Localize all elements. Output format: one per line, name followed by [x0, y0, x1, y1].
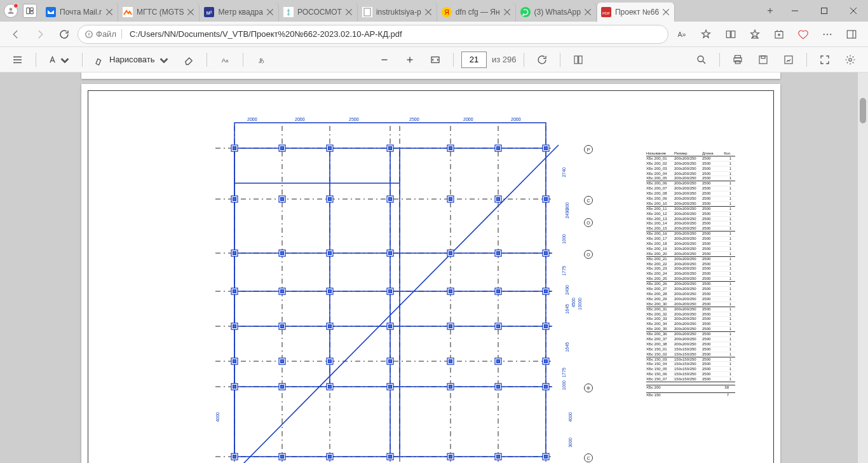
- notification-dot-icon: [13, 3, 18, 8]
- table-row: ХБс 200_30200х200/25025001: [646, 302, 735, 307]
- tab-3[interactable]: РОСОСМОТ: [280, 3, 358, 22]
- svg-rect-143: [497, 252, 500, 255]
- close-tab-icon[interactable]: [424, 8, 433, 17]
- close-window-button[interactable]: [839, 0, 868, 22]
- url-box[interactable]: Файл C:/Users/NN/Documents/V_VTB/Проект%…: [78, 25, 668, 44]
- svg-rect-157: [497, 290, 500, 293]
- workspace-button[interactable]: [23, 4, 37, 18]
- svg-rect-109: [329, 147, 332, 150]
- svg-rect-127: [449, 198, 452, 201]
- page-border: 200020002500250020002000 400025002500400…: [88, 90, 774, 463]
- fit-page-button[interactable]: [425, 50, 445, 70]
- close-tab-icon[interactable]: [344, 8, 353, 17]
- close-tab-icon[interactable]: [266, 8, 275, 17]
- svg-text:Aa: Aa: [222, 56, 229, 63]
- previous-page-edge: [81, 73, 780, 79]
- collections-button[interactable]: [768, 24, 790, 45]
- zoom-out-button[interactable]: [374, 50, 395, 70]
- sidebar-button[interactable]: [840, 24, 863, 45]
- scrollbar-thumb[interactable]: [860, 98, 866, 123]
- svg-rect-195: [389, 385, 392, 389]
- draw-menu[interactable]: Нарисовать: [90, 50, 173, 70]
- maximize-button[interactable]: [810, 0, 839, 22]
- dim-top-3: 2500: [409, 117, 419, 121]
- highlight-button[interactable]: [44, 50, 74, 70]
- page-view-button[interactable]: [568, 50, 588, 70]
- svg-rect-3: [31, 11, 34, 14]
- page-number-input[interactable]: [461, 52, 487, 68]
- tab-label: (3) WhatsApp: [534, 8, 581, 17]
- contents-button[interactable]: [8, 50, 28, 70]
- fullscreen-button[interactable]: [815, 50, 835, 70]
- tab-5[interactable]: Я dfn cfg — Ян: [438, 3, 516, 22]
- save-button[interactable]: [753, 50, 773, 70]
- svg-rect-71: [735, 60, 740, 64]
- svg-rect-205: [281, 455, 284, 459]
- vertical-scrollbar[interactable]: [858, 73, 868, 463]
- tab-2[interactable]: м² Метр квадра: [200, 3, 278, 22]
- svg-rect-201: [545, 385, 548, 389]
- pdf-toolbar: Нарисовать Aa あ из 296: [0, 47, 868, 73]
- text-button[interactable]: Aa: [215, 50, 235, 70]
- read-aloud-button[interactable]: あ: [251, 50, 271, 70]
- table-row: ХБс 200_13200х200/25025001: [646, 217, 735, 222]
- tab-7[interactable]: PDF Проект №66: [597, 3, 675, 22]
- table-row: ХБс 200_15200х200/25025001: [646, 226, 735, 232]
- new-tab-button[interactable]: +: [760, 1, 780, 21]
- save-as-button[interactable]: [778, 50, 799, 70]
- svg-rect-167: [389, 325, 392, 328]
- svg-rect-133: [233, 252, 236, 255]
- zoom-in-button[interactable]: [400, 50, 420, 70]
- favorites-list-button[interactable]: [743, 24, 766, 45]
- svg-rect-139: [389, 252, 392, 255]
- favorite-button[interactable]: [695, 24, 717, 45]
- reading-mode-button[interactable]: A»: [671, 24, 693, 45]
- close-tab-icon[interactable]: [661, 8, 670, 17]
- close-tab-icon[interactable]: [503, 8, 512, 17]
- erase-button[interactable]: [179, 50, 199, 70]
- table-row: ХБс 200_02200х200/25025001: [646, 162, 735, 167]
- table-row: ХБс 200_35200х200/25025001: [646, 327, 735, 332]
- svg-rect-145: [545, 252, 548, 255]
- rotate-button[interactable]: [532, 50, 552, 70]
- tab-favicon: [362, 7, 372, 17]
- close-tab-icon[interactable]: [186, 8, 195, 17]
- back-button[interactable]: [5, 24, 27, 45]
- search-pdf-button[interactable]: [691, 50, 712, 70]
- dim-right-0: 2740: [562, 167, 566, 177]
- svg-line-68: [703, 61, 705, 64]
- profile-button[interactable]: [4, 4, 18, 18]
- tab-6[interactable]: (3) WhatsApp: [517, 3, 597, 22]
- table-row: ХБс 200_31200х200/25025001: [646, 307, 735, 312]
- pdf-viewer[interactable]: 200020002500250020002000 400025002500400…: [0, 73, 868, 463]
- tab-favicon: [283, 7, 294, 17]
- forward-button[interactable]: [29, 24, 51, 45]
- dim-right-12: 4000: [568, 412, 573, 422]
- tab-0[interactable]: Почта Mail.r: [42, 3, 118, 22]
- close-tab-icon[interactable]: [105, 8, 114, 17]
- health-button[interactable]: [792, 24, 815, 45]
- minimize-button[interactable]: [780, 0, 810, 22]
- svg-rect-179: [329, 360, 332, 363]
- pdf-settings-button[interactable]: [840, 50, 860, 70]
- dim-right-13: 3000: [568, 438, 573, 448]
- tab-label: Почта Mail.r: [60, 8, 102, 17]
- table-row: ХБс 200_03200х200/25025001: [646, 167, 735, 172]
- svg-rect-111: [389, 147, 392, 150]
- extension-icons: [719, 24, 863, 45]
- tab-4[interactable]: instruktsiya-p: [358, 3, 437, 22]
- print-button[interactable]: [728, 50, 748, 70]
- tab-1[interactable]: МГТС (MGTS: [119, 3, 200, 22]
- refresh-button[interactable]: [53, 24, 75, 45]
- dim-top-2: 2500: [349, 117, 359, 121]
- more-button[interactable]: [816, 24, 839, 45]
- split-screen-button[interactable]: [719, 24, 742, 45]
- titlebar: Почта Mail.r МГТС (MGTS м² Метр квадра Р…: [0, 0, 868, 22]
- svg-rect-137: [329, 252, 332, 255]
- svg-rect-2: [31, 8, 34, 10]
- svg-rect-149: [281, 290, 284, 293]
- table-row: ХБс 200_19200х200/25025001: [646, 247, 735, 252]
- dim-right-9: 10000: [578, 298, 582, 310]
- svg-rect-51: [847, 31, 856, 38]
- close-tab-icon[interactable]: [583, 8, 592, 17]
